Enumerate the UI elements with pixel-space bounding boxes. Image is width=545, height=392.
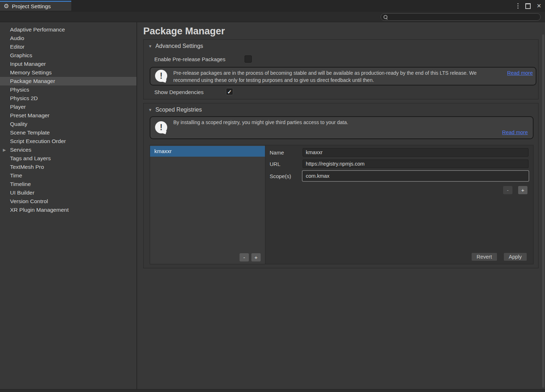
- info-bubble-icon: !: [155, 70, 168, 83]
- sidebar-item-xr-plugin-management[interactable]: XR Plugin Management: [0, 206, 136, 214]
- search-icon: [383, 15, 388, 20]
- name-field[interactable]: [303, 148, 529, 157]
- sidebar-item-audio[interactable]: Audio: [0, 34, 136, 43]
- info-bubble-icon: !: [155, 121, 168, 134]
- vertical-scrollbar[interactable]: [542, 34, 544, 388]
- sidebar-item-graphics[interactable]: Graphics: [0, 51, 136, 60]
- scoped-registry-info-box: ! By installing a scoped registry, you m…: [150, 116, 534, 139]
- sidebar-item-input-manager[interactable]: Input Manager: [0, 60, 136, 68]
- prerelease-info-text: Pre-release packages are in the process …: [173, 70, 494, 84]
- sidebar-item-textmesh-pro[interactable]: TextMesh Pro: [0, 163, 136, 171]
- read-more-link-prerelease[interactable]: Read more: [507, 70, 533, 76]
- sidebar-item-scene-template[interactable]: Scene Template: [0, 128, 136, 137]
- sidebar-item-version-control[interactable]: Version Control: [0, 197, 136, 206]
- apply-button[interactable]: Apply: [503, 253, 527, 261]
- scoped-registries-section: ▼ Scoped Registries ! By installing a sc…: [143, 103, 539, 268]
- package-manager-settings-pane: Package Manager ▼ Advanced Settings Enab…: [137, 22, 545, 389]
- scope-add-button[interactable]: +: [518, 186, 527, 194]
- sidebar-item-package-manager[interactable]: Package Manager: [0, 77, 136, 85]
- search-box[interactable]: [381, 13, 541, 21]
- close-icon[interactable]: ✕: [537, 3, 541, 9]
- sidebar-item-timeline[interactable]: Timeline: [0, 180, 136, 188]
- url-label: URL: [270, 161, 303, 167]
- registry-add-button[interactable]: +: [251, 253, 261, 261]
- advanced-settings-section: ▼ Advanced Settings Enable Pre-release P…: [143, 39, 539, 99]
- toolbar: [0, 12, 545, 22]
- registry-remove-button[interactable]: -: [240, 253, 249, 261]
- sidebar-item-tags-and-layers[interactable]: Tags and Layers: [0, 154, 136, 163]
- read-more-link-scoped[interactable]: Read more: [502, 129, 528, 135]
- scoped-registry-info-text: By installing a scoped registry, you mig…: [173, 119, 491, 126]
- sidebar-item-adaptive-performance[interactable]: Adaptive Performance: [0, 25, 136, 34]
- search-input[interactable]: [388, 14, 540, 20]
- registry-detail-pane: Name URL Scope(s) - + Revert Apply: [265, 145, 533, 264]
- sidebar-item-memory-settings[interactable]: Memory Settings: [0, 68, 136, 77]
- tab-project-settings[interactable]: ⚙ Project Settings: [0, 1, 71, 11]
- title-bar: ⚙ Project Settings ✕: [0, 0, 545, 12]
- foldout-closed-icon[interactable]: ▶: [3, 146, 6, 154]
- scope-remove-button[interactable]: -: [503, 186, 512, 194]
- url-field[interactable]: [303, 160, 529, 168]
- check-icon: ✓: [227, 89, 232, 94]
- sidebar-item-script-execution-order[interactable]: Script Execution Order: [0, 137, 136, 146]
- gear-icon: ⚙: [4, 3, 9, 9]
- registry-split-panel: kmaxxr - + Name URL Scope(s): [150, 145, 534, 264]
- show-dependencies-checkbox[interactable]: ✓: [226, 88, 233, 95]
- show-dependencies-label: Show Dependencies: [154, 89, 204, 95]
- tab-title: Project Settings: [12, 3, 51, 10]
- window-menu-icon[interactable]: [517, 2, 519, 10]
- window-bottom-edge: [0, 389, 545, 392]
- enable-prerelease-label: Enable Pre-release Packages: [154, 56, 225, 62]
- sidebar-item-quality[interactable]: Quality: [0, 120, 136, 128]
- registry-list-item-kmaxxr[interactable]: kmaxxr: [150, 146, 265, 157]
- maximize-icon[interactable]: [525, 3, 531, 9]
- scoped-registries-foldout[interactable]: ▼ Scoped Registries: [148, 107, 202, 113]
- foldout-open-icon: ▼: [148, 108, 152, 112]
- name-label: Name: [270, 150, 303, 156]
- sidebar-item-physics[interactable]: Physics: [0, 85, 136, 94]
- scopes-label: Scope(s): [270, 173, 303, 179]
- sidebar-item-editor[interactable]: Editor: [0, 43, 136, 51]
- sidebar-item-preset-manager[interactable]: Preset Manager: [0, 111, 136, 120]
- revert-button[interactable]: Revert: [471, 253, 497, 261]
- sidebar-item-time[interactable]: Time: [0, 171, 136, 180]
- page-title: Package Manager: [143, 26, 225, 37]
- registry-list: kmaxxr - +: [150, 145, 265, 264]
- sidebar-item-player[interactable]: Player: [0, 103, 136, 111]
- sidebar-item-services[interactable]: ▶ Services: [0, 146, 136, 154]
- advanced-settings-foldout[interactable]: ▼ Advanced Settings: [148, 43, 203, 49]
- enable-prerelease-checkbox[interactable]: [245, 55, 252, 63]
- sidebar-item-ui-builder[interactable]: UI Builder: [0, 188, 136, 197]
- settings-sidebar: Adaptive Performance Audio Editor Graphi…: [0, 22, 136, 389]
- prerelease-info-box: ! Pre-release packages are in the proces…: [150, 67, 536, 85]
- scopes-field[interactable]: [303, 171, 529, 181]
- sidebar-item-physics-2d[interactable]: Physics 2D: [0, 94, 136, 103]
- foldout-open-icon: ▼: [148, 44, 152, 48]
